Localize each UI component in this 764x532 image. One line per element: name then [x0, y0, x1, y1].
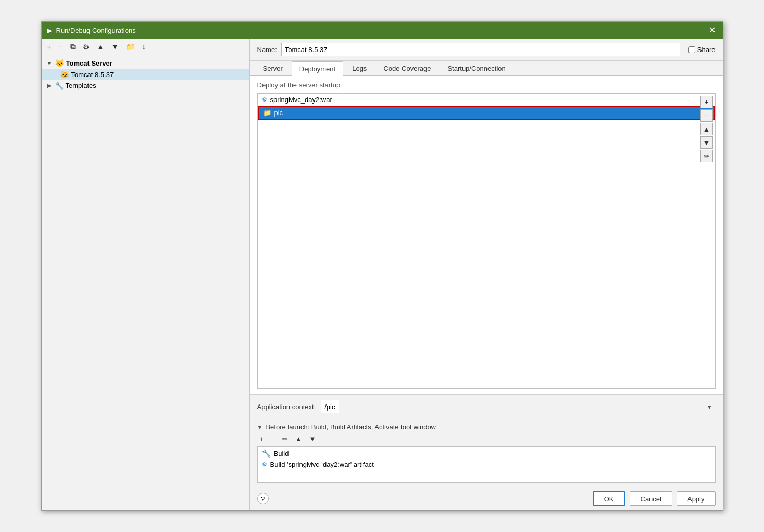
expand-arrow-templates: ▶ [46, 82, 53, 90]
deploy-remove-button[interactable]: − [700, 109, 713, 122]
dialog-footer: ? OK Cancel Apply [250, 487, 723, 510]
war-icon: ⚙ [262, 96, 267, 103]
name-input[interactable] [281, 43, 680, 56]
tomcat-group-icon: 🐱 [55, 59, 64, 67]
before-launch-collapse-arrow[interactable]: ▼ [257, 424, 263, 430]
share-checkbox[interactable] [688, 46, 695, 53]
sidebar-item-templates[interactable]: ▶ 🔧 Templates [42, 80, 249, 91]
main-panel: Name: Share Server Deployment Logs Code … [250, 39, 723, 510]
app-context-row: Application context: /pic [250, 394, 723, 419]
deploy-list: ⚙ springMvc_day2:war 📁 pic [258, 94, 715, 388]
app-context-select[interactable]: /pic [321, 400, 339, 413]
sidebar: + − ⧉ ⚙ ▲ ▼ 📁 ↕ ▼ 🐱 Tomcat Server [42, 39, 250, 510]
deploy-edit-button[interactable]: ✏ [700, 150, 713, 162]
bl-remove-button[interactable]: − [268, 434, 278, 444]
before-launch-section: ▼ Before launch: Build, Build Artifacts,… [250, 419, 723, 487]
tabs-bar: Server Deployment Logs Code Coverage Sta… [250, 61, 723, 76]
settings-config-button[interactable]: ⚙ [80, 41, 92, 53]
sort-config-button[interactable]: ↕ [140, 41, 148, 53]
name-row: Name: Share [250, 39, 723, 61]
before-launch-label: Before launch: Build, Build Artifacts, A… [266, 423, 436, 431]
help-button[interactable]: ? [257, 493, 269, 504]
bl-item-build-label: Build [274, 450, 289, 458]
tab-code-coverage[interactable]: Code Coverage [375, 61, 439, 75]
close-button[interactable]: ✕ [707, 26, 718, 34]
sidebar-toolbar: + − ⧉ ⚙ ▲ ▼ 📁 ↕ [42, 39, 249, 55]
folder-icon: 📁 [263, 109, 271, 117]
add-config-button[interactable]: + [45, 41, 54, 53]
title-bar: ▶ Run/Debug Configurations ✕ [42, 22, 723, 39]
bl-item-build-artifact[interactable]: ⚙ Build 'springMvc_day2:war' artifact [258, 459, 715, 470]
build-icon: 🔧 [262, 449, 271, 458]
sidebar-item-tomcat-8537[interactable]: 🐱 Tomcat 8.5.37 [42, 69, 249, 80]
share-label: Share [697, 46, 716, 54]
deploy-move-down-button[interactable]: ▼ [700, 136, 713, 149]
bl-add-button[interactable]: + [257, 434, 267, 444]
app-context-wrapper: /pic [321, 400, 715, 413]
before-launch-toolbar: + − ✏ ▲ ▼ [257, 434, 716, 444]
tab-deployment[interactable]: Deployment [292, 61, 343, 76]
cancel-button[interactable]: Cancel [630, 491, 672, 506]
bl-war-icon: ⚙ [262, 461, 267, 468]
before-launch-list: 🔧 Build ⚙ Build 'springMvc_day2:war' art… [257, 446, 716, 483]
bl-move-up-button[interactable]: ▲ [293, 434, 305, 444]
deploy-add-button[interactable]: + [700, 96, 713, 108]
name-label: Name: [257, 46, 277, 54]
remove-config-button[interactable]: − [56, 41, 66, 53]
move-down-config-button[interactable]: ▼ [109, 41, 121, 53]
expand-arrow-tomcat: ▼ [46, 59, 53, 67]
deploy-side-buttons: + − ▲ ▼ ✏ [698, 94, 715, 164]
app-context-label: Application context: [257, 403, 316, 411]
folder-config-button[interactable]: 📁 [123, 41, 137, 53]
dialog-title-icon: ▶ [47, 27, 52, 34]
tomcat-server-label: Tomcat Server [66, 59, 112, 67]
tab-startup-connection[interactable]: Startup/Connection [440, 61, 513, 75]
before-launch-header: ▼ Before launch: Build, Build Artifacts,… [257, 423, 716, 431]
share-checkbox-wrapper: Share [688, 46, 716, 54]
apply-button[interactable]: Apply [677, 491, 716, 506]
tab-logs[interactable]: Logs [344, 61, 374, 75]
bl-edit-button[interactable]: ✏ [280, 434, 291, 444]
bl-move-down-button[interactable]: ▼ [307, 434, 319, 444]
deployment-tab-content: Deploy at the server startup ⚙ springMvc… [250, 76, 723, 394]
deploy-move-up-button[interactable]: ▲ [700, 123, 713, 135]
deploy-area: ⚙ springMvc_day2:war 📁 pic [257, 93, 716, 389]
templates-label: Templates [66, 82, 96, 90]
sidebar-tree: ▼ 🐱 Tomcat Server 🐱 Tomcat 8.5.37 ▶ 🔧 Te… [42, 55, 249, 510]
sidebar-item-tomcat-server[interactable]: ▼ 🐱 Tomcat Server [42, 57, 249, 69]
tomcat-config-label: Tomcat 8.5.37 [71, 71, 114, 79]
ok-button[interactable]: OK [593, 491, 625, 506]
dialog-title: Run/Debug Configurations [56, 27, 136, 34]
deploy-item-war-label: springMvc_day2:war [270, 96, 332, 104]
templates-icon: 🔧 [55, 82, 64, 90]
bl-item-build-artifact-label: Build 'springMvc_day2:war' artifact [270, 461, 374, 468]
title-bar-left: ▶ Run/Debug Configurations [47, 27, 136, 34]
run-debug-dialog: ▶ Run/Debug Configurations ✕ + − ⧉ ⚙ ▲ ▼… [41, 21, 723, 511]
deploy-at-startup-label: Deploy at the server startup [257, 81, 716, 89]
deploy-item-pic-label: pic [274, 109, 283, 117]
dialog-body: + − ⧉ ⚙ ▲ ▼ 📁 ↕ ▼ 🐱 Tomcat Server [42, 39, 723, 510]
copy-config-button[interactable]: ⧉ [68, 41, 78, 53]
tomcat-config-icon: 🐱 [60, 70, 69, 79]
move-up-config-button[interactable]: ▲ [94, 41, 107, 53]
deploy-item-pic[interactable]: 📁 pic [259, 107, 714, 119]
tab-server[interactable]: Server [255, 61, 291, 75]
deploy-item-war[interactable]: ⚙ springMvc_day2:war [258, 94, 715, 106]
bl-item-build[interactable]: 🔧 Build [258, 448, 715, 459]
